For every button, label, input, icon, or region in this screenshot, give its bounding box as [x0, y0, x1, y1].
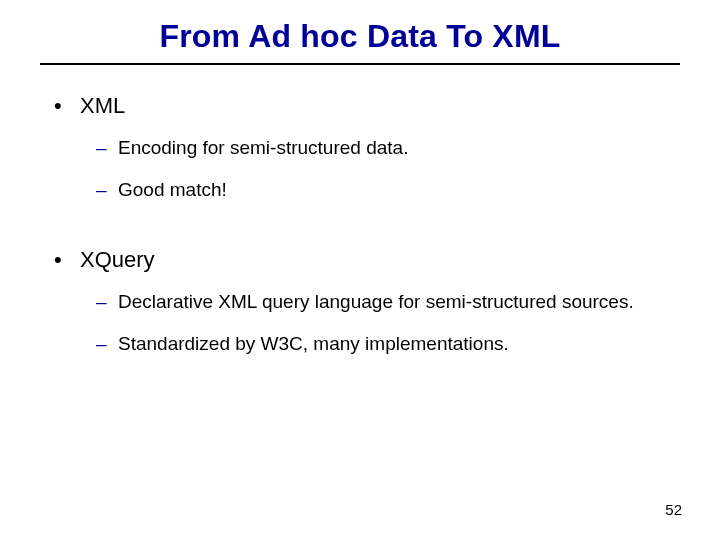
dash-icon: – [96, 179, 118, 201]
bullet-dot-icon: • [54, 93, 80, 119]
bullet-text: Encoding for semi-structured data. [118, 137, 408, 159]
bullet-level2: – Declarative XML query language for sem… [96, 291, 666, 313]
bullet-level1: • XQuery [54, 247, 666, 273]
slide-content: • XML – Encoding for semi-structured dat… [0, 65, 720, 355]
bullet-level2: – Standardized by W3C, many implementati… [96, 333, 666, 355]
bullet-level1: • XML [54, 93, 666, 119]
page-number: 52 [665, 501, 682, 518]
bullet-text: XML [80, 93, 125, 119]
bullet-dot-icon: • [54, 247, 80, 273]
dash-icon: – [96, 291, 118, 313]
dash-icon: – [96, 333, 118, 355]
slide: From Ad hoc Data To XML • XML – Encoding… [0, 0, 720, 540]
bullet-text: Standardized by W3C, many implementation… [118, 333, 509, 355]
sublist: – Declarative XML query language for sem… [54, 291, 666, 355]
dash-icon: – [96, 137, 118, 159]
bullet-level2: – Encoding for semi-structured data. [96, 137, 666, 159]
sublist: – Encoding for semi-structured data. – G… [54, 137, 666, 201]
bullet-level2: – Good match! [96, 179, 666, 201]
slide-title: From Ad hoc Data To XML [0, 0, 720, 55]
bullet-text: XQuery [80, 247, 155, 273]
bullet-text: Declarative XML query language for semi-… [118, 291, 634, 313]
bullet-text: Good match! [118, 179, 227, 201]
